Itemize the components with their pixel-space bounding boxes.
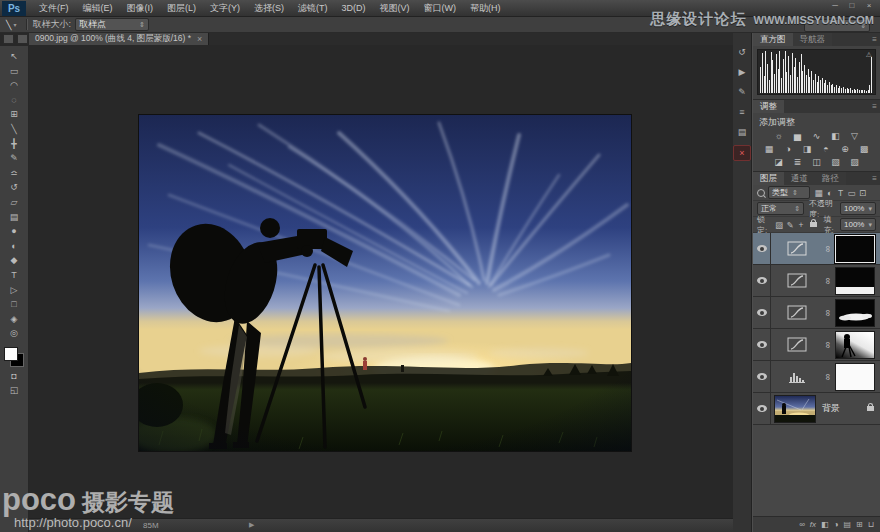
posterize-icon[interactable]: ≣ (791, 157, 804, 168)
menu-item-1[interactable]: 编辑(E) (76, 0, 120, 16)
type-tool-icon[interactable]: T (2, 268, 26, 283)
pen-tool-icon[interactable]: ◆ (2, 253, 26, 268)
screen-mode-icon[interactable]: ◱ (2, 383, 26, 398)
channel-mixer-icon[interactable]: ⊕ (839, 144, 852, 155)
hand-tool-icon[interactable]: ◈ (2, 312, 26, 327)
clone-stamp-tool-icon[interactable]: ≏ (2, 166, 26, 181)
layer-mask-thumb-bottom-band[interactable] (835, 267, 875, 295)
move-tool-icon[interactable]: ↖ (2, 49, 26, 64)
filter-adjustment-layers-icon[interactable]: ◐ (824, 188, 835, 198)
menu-item-6[interactable]: 滤镜(T) (291, 0, 335, 16)
lasso-tool-icon[interactable]: ◠ (2, 78, 26, 93)
visibility-toggle[interactable] (753, 297, 771, 328)
visibility-toggle[interactable] (753, 329, 771, 360)
menu-item-5[interactable]: 选择(S) (247, 0, 291, 16)
status-menu-arrow-icon[interactable]: ▶ (249, 521, 254, 529)
lock-position-icon[interactable]: + (796, 220, 807, 230)
actions-panel-icon[interactable]: ▶ (734, 65, 750, 79)
link-layers-icon[interactable]: ∞ (799, 520, 805, 529)
layer-comps-panel-icon[interactable]: ▤ (734, 125, 750, 139)
tab-histogram[interactable]: 直方图 (753, 33, 793, 46)
quick-selection-tool-icon[interactable]: ◌ (2, 93, 26, 108)
curves-adjustment-thumb[interactable] (771, 241, 823, 256)
tab-layers[interactable]: 图层 (753, 172, 784, 185)
tab-navigator[interactable]: 导航器 (793, 33, 833, 46)
menu-item-0[interactable]: 文件(F) (32, 0, 76, 16)
sample-size-dropdown[interactable]: 取样点 ⇕ (75, 18, 149, 31)
layer-mask-thumb-blob[interactable] (835, 299, 875, 327)
menu-item-9[interactable]: 窗口(W) (417, 0, 464, 16)
shape-tool-icon[interactable]: □ (2, 297, 26, 312)
tab-channels[interactable]: 通道 (784, 172, 815, 185)
lock-all-icon[interactable] (810, 222, 817, 227)
background-layer-thumbnail[interactable] (774, 395, 816, 423)
eyedropper-tool-icon[interactable]: ╲ (2, 122, 26, 137)
new-layer-icon[interactable]: ⊞ (856, 520, 863, 529)
eraser-tool-icon[interactable]: ▱ (2, 195, 26, 210)
filter-smart-objects-icon[interactable]: ⊡ (857, 188, 868, 198)
background-layer-row[interactable]: 背景 (753, 393, 880, 425)
lock-transparent-icon[interactable]: ▨ (774, 220, 785, 230)
visibility-toggle[interactable] (753, 265, 771, 296)
gradient-tool-icon[interactable]: ▤ (2, 210, 26, 225)
lock-pixels-icon[interactable]: ✎ (785, 220, 796, 230)
delete-layer-icon[interactable]: ⊔ (868, 520, 874, 529)
healing-brush-tool-icon[interactable]: ╋ (2, 137, 26, 152)
adjustment-layer-row-curves-2[interactable]: ∞ (753, 297, 880, 329)
visibility-toggle[interactable] (753, 393, 771, 424)
filter-pixel-layers-icon[interactable]: ▦ (813, 188, 824, 198)
adjustment-layer-row-levels-1[interactable]: ∞ (753, 361, 880, 393)
tab-paths[interactable]: 路径 (815, 172, 846, 185)
menu-item-10[interactable]: 帮助(H) (463, 0, 508, 16)
photo-filter-icon[interactable]: ◓ (820, 144, 833, 155)
menu-item-8[interactable]: 视图(V) (373, 0, 417, 16)
black-white-icon[interactable]: ◨ (801, 144, 814, 155)
toolbar-header-chip[interactable] (3, 34, 14, 44)
invert-icon[interactable]: ◪ (772, 157, 785, 168)
panel-menu-icon[interactable]: ≡ (872, 35, 877, 44)
visibility-toggle[interactable] (753, 233, 771, 264)
levels-icon[interactable]: ▅ (791, 131, 804, 142)
exposure-icon[interactable]: ◧ (829, 131, 842, 142)
vibrance-icon[interactable]: ▽ (848, 131, 861, 142)
photo-canvas[interactable] (138, 114, 632, 452)
layer-mask-thumb-black[interactable] (835, 235, 875, 263)
crop-tool-icon[interactable]: ⊞ (2, 107, 26, 122)
warning-icon[interactable]: ⚠ (866, 51, 872, 59)
selective-color-icon[interactable]: ▧ (829, 157, 842, 168)
panel-menu-icon[interactable]: ≡ (872, 174, 877, 183)
brush-panel-icon[interactable]: ✎ (734, 85, 750, 99)
menu-item-4[interactable]: 文字(Y) (203, 0, 247, 16)
gradient-map-icon[interactable]: ▨ (848, 157, 861, 168)
adjustment-layer-row-curves-4[interactable]: ∞ (753, 233, 880, 265)
filter-shape-layers-icon[interactable]: ▭ (846, 188, 857, 198)
tab-adjustments[interactable]: 调整 (753, 100, 784, 113)
document-tab[interactable]: 0900.jpg @ 100% (曲线 4, 图层蒙版/16) * × (29, 33, 209, 45)
adjustment-layer-row-curves-3[interactable]: ∞ (753, 265, 880, 297)
dodge-tool-icon[interactable]: ◐ (2, 239, 26, 254)
curves-adjustment-thumb[interactable] (771, 273, 823, 288)
marquee-tool-icon[interactable]: ▭ (2, 64, 26, 79)
path-selection-tool-icon[interactable]: ▷ (2, 283, 26, 298)
brush-tool-icon[interactable]: ✎ (2, 151, 26, 166)
menu-item-3[interactable]: 图层(L) (160, 0, 203, 16)
menu-item-7[interactable]: 3D(D) (335, 0, 373, 16)
toolbar-header-chip[interactable] (17, 34, 28, 44)
new-group-icon[interactable]: ▤ (843, 520, 851, 529)
visibility-toggle[interactable] (753, 361, 771, 392)
blur-tool-icon[interactable]: ● (2, 224, 26, 239)
adjustment-layer-row-curves-1[interactable]: ∞ (753, 329, 880, 361)
hue-saturation-icon[interactable]: ▦ (763, 144, 776, 155)
quick-mask-icon[interactable]: ◘ (2, 369, 26, 384)
menu-item-2[interactable]: 图像(I) (120, 0, 161, 16)
panel-menu-icon[interactable]: ≡ (872, 102, 877, 111)
close-tab-icon[interactable]: × (197, 34, 202, 44)
active-tool-chip[interactable]: ╲ ▾ (0, 20, 22, 30)
brightness-contrast-icon[interactable]: ☼ (772, 131, 785, 142)
foreground-color-swatch[interactable] (4, 347, 18, 361)
zoom-tool-icon[interactable]: ◎ (2, 326, 26, 341)
layer-mask-thumb-figure[interactable] (835, 331, 875, 359)
clone-source-panel-icon[interactable]: ≡ (734, 105, 750, 119)
add-mask-icon[interactable]: ◧ (821, 520, 829, 529)
curves-adjustment-thumb[interactable] (771, 337, 823, 352)
